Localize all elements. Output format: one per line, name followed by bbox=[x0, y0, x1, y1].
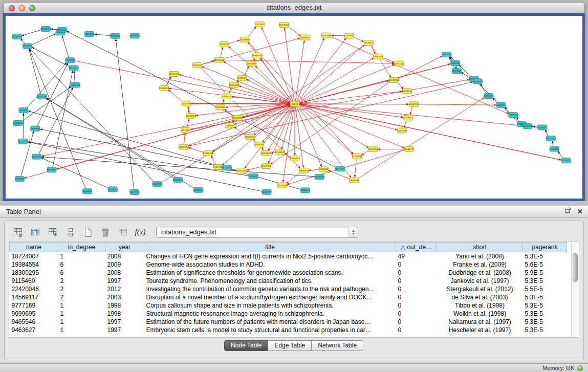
minimize-window-button[interactable] bbox=[19, 5, 25, 11]
cell-name[interactable]: 19384554 bbox=[10, 260, 58, 269]
cell-in_degree[interactable]: 2 bbox=[58, 277, 105, 285]
column-header-in_degree[interactable]: in_degree bbox=[58, 243, 105, 252]
graph-node[interactable]: 34090920 bbox=[522, 124, 533, 129]
cell-out_degree[interactable]: 0 bbox=[396, 326, 437, 334]
graph-node[interactable]: 15837015 bbox=[129, 190, 140, 195]
table-row[interactable]: 1456911722003Disruption of a novel membe… bbox=[10, 293, 567, 301]
cell-year[interactable]: 2008 bbox=[105, 252, 144, 261]
cell-out_degree[interactable]: 0 bbox=[396, 318, 437, 326]
column-header-out_degree[interactable]: △ out_de… bbox=[396, 243, 437, 252]
column-header-short[interactable]: short bbox=[437, 243, 523, 252]
graph-node[interactable]: 38416494 bbox=[222, 165, 232, 170]
cell-title[interactable]: Disruption of a novel member of a sodium… bbox=[144, 293, 396, 301]
cell-title[interactable]: Tourette syndrome. Phenomenology and cla… bbox=[144, 277, 396, 285]
graph-node[interactable]: 24278040 bbox=[279, 23, 289, 28]
graph-node[interactable]: 16310930 bbox=[508, 113, 518, 118]
graph-node[interactable]: 4131092 bbox=[335, 166, 344, 171]
cell-short[interactable]: Tibbo et al. (1998) bbox=[437, 301, 523, 310]
cell-title[interactable]: Corpus callosum shape and size in male p… bbox=[144, 301, 396, 310]
graph-node[interactable]: 8997823 bbox=[233, 116, 242, 121]
graph-node[interactable]: 20202177 bbox=[262, 189, 272, 194]
cell-short[interactable]: Franke et al. (2009) bbox=[437, 260, 523, 269]
graph-node[interactable]: 4443845 bbox=[83, 189, 92, 194]
cell-name[interactable]: 9699695 bbox=[10, 310, 58, 318]
table-row[interactable]: 911546021997Tourette syndrome. Phenomeno… bbox=[10, 277, 567, 285]
table-row[interactable]: 946362711997Embryonic stem cells: a mode… bbox=[10, 326, 567, 334]
graph-node[interactable]: 26868700 bbox=[252, 53, 263, 58]
cell-short[interactable]: Nakamura et al. (1997) bbox=[437, 318, 523, 326]
graph-node[interactable]: 7924647 bbox=[538, 125, 547, 130]
cell-title[interactable]: Structural magnetic resonance image aver… bbox=[144, 310, 396, 318]
cell-pagerank[interactable]: 5.3E-5 bbox=[523, 326, 567, 334]
cell-year[interactable]: 1997 bbox=[105, 326, 144, 334]
graph-node[interactable]: 15633885 bbox=[239, 37, 250, 42]
graph-node[interactable]: 8536982 bbox=[368, 147, 378, 152]
panel-divider[interactable]: ▾ bbox=[0, 201, 588, 206]
column-header-title[interactable]: title bbox=[144, 243, 396, 252]
cell-pagerank[interactable]: 5.3E-5 bbox=[523, 310, 567, 318]
cell-year[interactable]: 1998 bbox=[105, 301, 144, 310]
graph-node[interactable]: 23708002 bbox=[344, 33, 355, 38]
cell-year[interactable]: 2009 bbox=[105, 260, 144, 269]
cell-title[interactable]: Estimation of significance thresholds fo… bbox=[144, 269, 396, 277]
delete-table-icon[interactable] bbox=[99, 226, 112, 239]
cell-short[interactable]: Wolkin et al. (1998) bbox=[437, 310, 523, 318]
cell-year[interactable]: 1997 bbox=[105, 318, 144, 326]
cell-title[interactable]: Estimation of the future numbers of pati… bbox=[144, 318, 396, 326]
graph-node[interactable]: 32824956 bbox=[173, 177, 183, 182]
graph-node[interactable]: 22022950 bbox=[181, 101, 191, 106]
cell-name[interactable]: 18724007 bbox=[10, 252, 58, 261]
graph-node[interactable]: 36246050 bbox=[129, 33, 140, 38]
cell-year[interactable]: 2003 bbox=[105, 293, 144, 301]
graph-node[interactable]: 42901368 bbox=[203, 150, 213, 156]
vertical-scrollbar[interactable] bbox=[571, 242, 579, 337]
graph-node[interactable]: 12002509 bbox=[409, 102, 419, 107]
column-header-pagerank[interactable]: pagerank bbox=[523, 243, 567, 252]
graph-node[interactable]: 21220098 bbox=[352, 154, 362, 159]
cell-title[interactable]: Investigating the contribution of common… bbox=[144, 285, 396, 293]
function-builder-button[interactable]: f(x) bbox=[134, 226, 147, 239]
cell-out_degree[interactable]: 0 bbox=[396, 293, 437, 301]
cell-pagerank[interactable]: 5.3E-5 bbox=[523, 277, 567, 285]
graph-node[interactable]: 2029871 bbox=[404, 115, 413, 120]
graph-node[interactable]: 28922908 bbox=[260, 150, 271, 156]
graph-node[interactable]: 43665865 bbox=[245, 134, 255, 139]
graph-node[interactable]: 23519900 bbox=[451, 69, 462, 74]
cell-in_degree[interactable]: 1 bbox=[58, 301, 105, 310]
graph-node[interactable]: 24996016 bbox=[13, 121, 23, 126]
cell-name[interactable]: 9463627 bbox=[10, 326, 58, 334]
scrollbar-thumb[interactable] bbox=[573, 253, 578, 282]
tab-edge-table[interactable]: Edge Table bbox=[268, 340, 312, 351]
graph-node[interactable]: 11819048 bbox=[37, 94, 47, 99]
graph-node[interactable]: 11364492 bbox=[15, 177, 25, 182]
graph-node[interactable]: 29755010 bbox=[110, 33, 120, 38]
cell-short[interactable]: Stergiakouli et al. (2012) bbox=[437, 285, 523, 293]
cell-short[interactable]: de Silva et al. (2003) bbox=[437, 293, 523, 301]
graph-node[interactable]: 17240 bbox=[290, 101, 299, 106]
cell-in_degree[interactable]: 2 bbox=[58, 285, 105, 293]
window-titlebar[interactable]: citations_edges.txt bbox=[3, 2, 585, 13]
cell-in_degree[interactable]: 6 bbox=[58, 260, 105, 269]
graph-node[interactable]: 30493985 bbox=[550, 146, 560, 151]
graph-node[interactable]: 4447460 bbox=[225, 123, 234, 128]
graph-node[interactable]: 38896520 bbox=[41, 26, 51, 31]
graph-node[interactable]: 6478283 bbox=[222, 94, 231, 99]
table-row[interactable]: 1830029562008Estimation of significance … bbox=[10, 269, 567, 277]
graph-node[interactable]: 22497352 bbox=[32, 154, 42, 159]
graph-node[interactable]: 22910122 bbox=[236, 168, 247, 173]
graph-node[interactable]: 38870887 bbox=[229, 82, 239, 87]
cell-year[interactable]: 2012 bbox=[105, 285, 144, 293]
cell-name[interactable]: 18300295 bbox=[10, 269, 58, 277]
graph-node[interactable]: 15329527 bbox=[248, 173, 258, 179]
cell-in_degree[interactable]: 1 bbox=[58, 310, 105, 318]
cell-title[interactable]: Genome-wide association studies in ADHD. bbox=[144, 260, 396, 269]
graph-node[interactable]: 19094760 bbox=[152, 182, 162, 187]
graph-node[interactable]: 515907 bbox=[19, 108, 28, 113]
graph-node[interactable]: 19880853 bbox=[30, 126, 40, 131]
column-header-name[interactable]: name bbox=[10, 243, 58, 252]
graph-node[interactable]: 25269827 bbox=[275, 149, 285, 155]
graph-node[interactable]: 27737784 bbox=[12, 34, 22, 39]
cell-title[interactable]: Changes of HCN gene expression and I(f) … bbox=[144, 252, 396, 261]
cell-pagerank[interactable]: 5.3E-5 bbox=[523, 293, 567, 301]
table-settings-icon[interactable]: ⚙ bbox=[12, 226, 25, 239]
